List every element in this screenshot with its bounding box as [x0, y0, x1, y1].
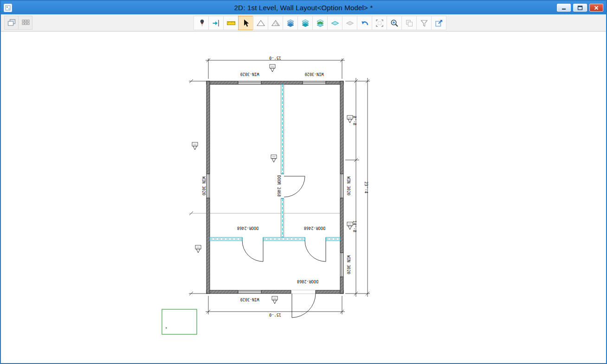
window-controls	[557, 4, 603, 12]
door-horizontal-right[interactable]	[305, 241, 326, 262]
toolbar	[1, 14, 606, 32]
drawing-icon	[5, 5, 11, 11]
label-win-right-lower[interactable]: WIN 3020	[346, 255, 351, 275]
dim-right-lower[interactable]: 14'-8	[352, 220, 357, 232]
layer-single-icon	[330, 19, 340, 28]
selection-point	[166, 327, 167, 329]
window-bottom[interactable]	[238, 290, 261, 294]
undo-icon	[360, 19, 369, 28]
door-vertical-wall[interactable]	[284, 176, 305, 197]
window-right-lower[interactable]	[340, 253, 344, 277]
drawing-tools	[194, 16, 446, 30]
label-door-exterior[interactable]: DOOR-2868	[297, 279, 318, 284]
maximize-icon	[577, 6, 583, 10]
wall-tag-marker[interactable]	[347, 222, 353, 230]
label-win-bottom[interactable]: WIN-3020	[240, 297, 259, 302]
wall-tag-marker[interactable]	[272, 296, 278, 304]
close-button[interactable]	[589, 4, 603, 12]
window-top-right[interactable]	[303, 81, 326, 85]
tool-zoom-extents[interactable]	[372, 16, 387, 30]
cursor-icon	[241, 19, 251, 28]
tool-layers-green[interactable]	[312, 16, 328, 30]
titlebar[interactable]: 2D: 1st Level, Wall Layout<Option Model>…	[1, 1, 606, 14]
tag-markers[interactable]	[192, 64, 353, 304]
zoom-in-icon	[390, 19, 399, 28]
dim-bottom[interactable]: 15'-0	[269, 313, 281, 317]
maximize-button[interactable]	[573, 4, 587, 12]
tool-filter[interactable]	[416, 16, 432, 30]
minimize-button[interactable]	[557, 4, 571, 12]
pin-icon	[197, 19, 206, 28]
tile-windows-icon	[21, 18, 30, 27]
tool-roof-plane[interactable]	[253, 16, 268, 30]
copy-icon	[405, 19, 414, 28]
tool-pin[interactable]	[194, 16, 209, 30]
dim-right-upper[interactable]: 8'-8	[352, 116, 357, 125]
green-selection-box[interactable]	[162, 309, 197, 334]
close-icon	[594, 6, 599, 10]
window-right-upper[interactable]	[340, 174, 344, 198]
export-view-icon	[434, 19, 444, 28]
layers-blue-icon	[286, 19, 295, 28]
tool-copy[interactable]	[401, 16, 417, 30]
window-left[interactable]	[207, 174, 210, 198]
door-horizontal-left[interactable]	[242, 241, 263, 262]
ruler-icon	[226, 19, 236, 28]
layers-green-icon	[316, 19, 325, 28]
label-win-right-upper[interactable]: WIN 3020	[346, 177, 351, 196]
layers-teal-icon	[301, 19, 310, 28]
door-exterior[interactable]	[291, 290, 316, 318]
minimize-icon	[561, 6, 567, 10]
tile-windows-button[interactable]	[18, 16, 32, 30]
layer-single-disabled-icon	[345, 19, 355, 28]
tool-select[interactable]	[238, 16, 253, 30]
window-layout-tools	[5, 16, 32, 30]
cascade-windows-icon	[7, 18, 16, 27]
window-title: 2D: 1st Level, Wall Layout<Option Model>…	[1, 4, 606, 12]
wall-tag-marker[interactable]	[271, 155, 277, 162]
tool-offset[interactable]	[208, 16, 224, 30]
label-door-vertical[interactable]: DOOR 2468	[277, 175, 281, 197]
label-door-interior-right[interactable]: DOOR-2468	[304, 226, 325, 230]
triangle-hatched-icon	[271, 19, 280, 28]
filter-icon	[420, 19, 429, 28]
triangle-icon	[256, 19, 265, 28]
floorplan[interactable]: WIN-3020 WIN-3020 WIN-3020 WIN 3020 WIN …	[1, 32, 606, 363]
tool-measure[interactable]	[223, 16, 239, 30]
tool-zoom-in[interactable]	[387, 16, 402, 30]
exterior-walls[interactable]	[207, 81, 343, 294]
label-door-interior-left[interactable]: DOOR-2468	[237, 226, 258, 230]
zoom-extents-icon	[375, 19, 384, 28]
window-top-left[interactable]	[238, 81, 261, 85]
tool-layer-single-disabled[interactable]	[342, 16, 357, 30]
tool-layer-single[interactable]	[327, 16, 342, 30]
windows[interactable]	[207, 81, 344, 294]
tool-layers-teal[interactable]	[297, 16, 313, 30]
wall-tag-marker[interactable]	[270, 64, 275, 72]
interior-walls[interactable]	[210, 84, 340, 241]
cascade-windows-button[interactable]	[4, 16, 19, 30]
tool-layers-blue[interactable]	[283, 16, 298, 30]
dim-right-total[interactable]: 23'-4	[364, 181, 368, 193]
app-window: 2D: 1st Level, Wall Layout<Option Model>…	[0, 0, 607, 364]
app-menu-icon[interactable]	[4, 4, 12, 12]
tool-roof-plane-hatched[interactable]	[268, 16, 283, 30]
label-win-top-left[interactable]: WIN-3020	[240, 72, 259, 77]
wall-tag-marker[interactable]	[192, 142, 198, 150]
tool-export-view[interactable]	[431, 16, 446, 30]
label-win-left[interactable]: WIN 3020	[201, 177, 206, 196]
tool-undo[interactable]	[357, 16, 372, 30]
label-win-top-right[interactable]: WIN-3020	[305, 72, 324, 77]
wall-tag-marker[interactable]	[347, 115, 353, 123]
doors[interactable]	[242, 176, 326, 318]
wall-tag-marker[interactable]	[195, 245, 201, 253]
dim-top[interactable]: 15'-0	[269, 56, 281, 60]
offset-icon	[212, 19, 221, 28]
drawing-canvas[interactable]: WIN-3020 WIN-3020 WIN-3020 WIN 3020 WIN …	[1, 32, 606, 363]
